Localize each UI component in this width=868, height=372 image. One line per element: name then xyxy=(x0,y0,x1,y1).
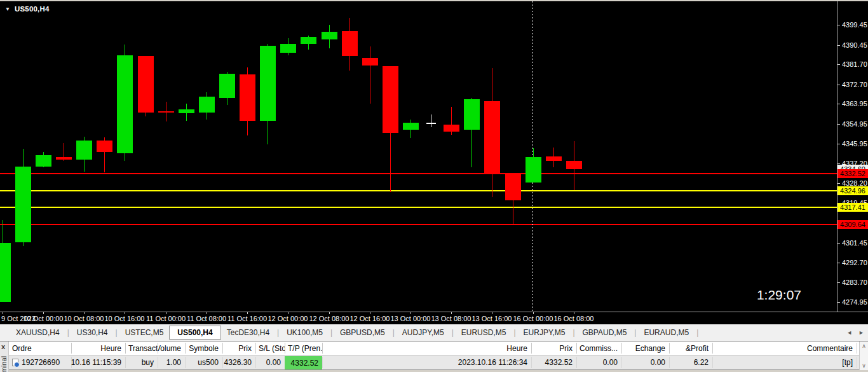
tab-separator: | xyxy=(512,328,517,337)
column-header[interactable]: &Profit xyxy=(669,341,712,355)
column-header[interactable]: S/L (Stop... xyxy=(255,341,285,355)
symbol-tab-tecde30-h4[interactable]: TecDE30,H4 xyxy=(221,326,275,340)
history-table-row[interactable]: 1927266902023.10.16 11:15:39buy1.00us500… xyxy=(0,355,859,370)
symbol-tab-gbpaud-m5[interactable]: GBPAUD,M5 xyxy=(577,326,633,340)
time-tick xyxy=(43,312,44,314)
candle xyxy=(199,97,215,113)
symbol-tab-ustec-m5[interactable]: USTEC,M5 xyxy=(119,326,170,340)
symbol-tab-euraud-m5[interactable]: EURAUD,M5 xyxy=(638,326,695,340)
history-cell[interactable]: buy xyxy=(125,355,158,369)
time-tick xyxy=(492,312,492,314)
candle xyxy=(158,111,174,113)
history-cell[interactable]: 0.00 xyxy=(621,355,669,369)
candle xyxy=(342,31,358,56)
history-cell[interactable]: 4326.30 xyxy=(222,355,255,369)
terminal-side-strip: x minal xyxy=(0,341,9,372)
column-header[interactable]: Commentaire xyxy=(712,341,857,355)
price-level-line[interactable] xyxy=(0,173,837,174)
terminal-panel: x minal OrdreHeureTransacti...VolumeSymb… xyxy=(0,341,868,372)
column-header[interactable]: Ordre xyxy=(9,341,71,355)
column-separator[interactable] xyxy=(185,343,186,354)
time-tick-label: 16 Oct 08:00 xyxy=(552,315,596,322)
terminal-side-tab-label[interactable]: minal xyxy=(0,354,8,372)
tab-scroll-left-icon[interactable]: ◄ xyxy=(846,329,852,336)
column-separator[interactable] xyxy=(669,343,670,354)
price-level-line[interactable] xyxy=(0,190,837,191)
history-cell[interactable]: [tp] xyxy=(712,355,857,369)
column-separator[interactable] xyxy=(712,343,713,354)
chart-plot-area[interactable]: ▼ US500,H4 1:29:07 xyxy=(0,0,837,312)
candle xyxy=(444,125,459,132)
candle xyxy=(138,56,154,113)
scroll-up-icon[interactable]: ∧ xyxy=(860,343,868,349)
column-separator[interactable] xyxy=(531,343,532,354)
column-separator[interactable] xyxy=(71,343,72,354)
candle xyxy=(526,157,541,183)
column-header[interactable]: Prix xyxy=(531,341,576,355)
price-tick xyxy=(837,243,840,244)
symbol-tab-eurjpy-m5[interactable]: EURJPY,M5 xyxy=(518,326,571,340)
symbol-tab-us500-h4[interactable]: US500,H4 xyxy=(169,326,220,340)
column-header[interactable]: Prix xyxy=(222,341,255,355)
column-header[interactable]: T/P (Pren... xyxy=(285,341,322,355)
tab-scroll-right-icon[interactable]: ► xyxy=(858,329,864,336)
time-tick xyxy=(247,312,248,314)
price-level-line[interactable] xyxy=(0,207,837,208)
price-tick-label: 4381.70 xyxy=(842,60,867,68)
price-tick xyxy=(837,45,840,46)
column-header[interactable]: Volume xyxy=(158,341,185,355)
column-separator[interactable] xyxy=(857,343,857,354)
terminal-close-button[interactable]: x xyxy=(1,343,5,350)
time-tick xyxy=(574,312,574,314)
time-tick xyxy=(84,312,85,314)
scroll-down-icon[interactable]: ∨ xyxy=(860,362,868,369)
column-separator[interactable] xyxy=(255,343,256,354)
candle xyxy=(240,74,255,121)
history-cell[interactable]: 4332.52 xyxy=(285,356,322,369)
column-separator[interactable] xyxy=(222,343,223,354)
column-separator[interactable] xyxy=(285,343,285,354)
price-level-line[interactable] xyxy=(0,224,837,225)
time-tick xyxy=(125,312,125,314)
column-separator[interactable] xyxy=(621,343,622,354)
column-header[interactable]: Transacti... xyxy=(125,341,158,355)
symbol-tab-us30-h4[interactable]: US30,H4 xyxy=(71,326,114,340)
history-cell[interactable]: 2023.10.16 11:26:34 xyxy=(322,355,531,369)
history-cell[interactable]: 2023.10.16 11:15:39 xyxy=(71,355,125,369)
candle-countdown-clock: 1:29:07 xyxy=(757,287,801,303)
history-cell[interactable]: 0.00 xyxy=(576,355,621,369)
column-separator[interactable] xyxy=(576,343,577,354)
history-cell[interactable]: 4332.52 xyxy=(531,355,576,369)
price-tick xyxy=(837,263,840,263)
price-axis[interactable]: 4399.454390.454381.704372.704363.954354.… xyxy=(837,0,868,312)
symbol-tab-gbpusd-m5[interactable]: GBPUSD,M5 xyxy=(334,326,391,340)
history-cell[interactable]: 6.22 xyxy=(669,355,712,369)
column-header[interactable]: Commiss... xyxy=(576,341,621,355)
history-cell[interactable]: us500 xyxy=(185,355,222,369)
symbol-tab-eurusd-m5[interactable]: EURUSD,M5 xyxy=(456,326,512,340)
column-separator[interactable] xyxy=(322,343,323,354)
time-tick-label: 10 Oct 08:00 xyxy=(62,315,106,322)
column-header[interactable]: Symbole xyxy=(185,341,222,355)
price-tick xyxy=(837,64,840,65)
time-tick-label: 13 Oct 16:00 xyxy=(470,315,514,322)
column-header[interactable]: Heure xyxy=(71,341,125,355)
history-cell[interactable]: 192726690 xyxy=(9,355,71,369)
time-tick-label: 11 Oct 16:00 xyxy=(225,315,269,322)
column-separator[interactable] xyxy=(158,343,158,354)
column-header[interactable]: Echange xyxy=(621,341,669,355)
terminal-scrollbar[interactable]: ∧ ∨ xyxy=(859,341,868,370)
time-axis[interactable]: 9 Oct 202310 Oct 00:0010 Oct 08:0010 Oct… xyxy=(0,312,868,324)
candle xyxy=(97,141,112,152)
symbol-tab-xauusd-h4[interactable]: XAUUSD,H4 xyxy=(10,326,65,340)
history-cell[interactable]: 0.00 xyxy=(255,355,285,369)
tab-separator: | xyxy=(695,328,700,337)
symbol-dropdown-icon[interactable]: ▼ xyxy=(5,6,10,12)
candle xyxy=(0,243,11,302)
column-separator[interactable] xyxy=(125,343,126,354)
column-header[interactable]: Heure xyxy=(322,341,531,355)
chart-panel[interactable]: ▼ US500,H4 1:29:07 4399.454390.454381.70… xyxy=(0,0,868,324)
symbol-tab-uk100-m5[interactable]: UK100,M5 xyxy=(281,326,329,340)
history-cell[interactable]: 1.00 xyxy=(158,355,185,369)
symbol-tab-audjpy-m5[interactable]: AUDJPY,M5 xyxy=(397,326,450,340)
